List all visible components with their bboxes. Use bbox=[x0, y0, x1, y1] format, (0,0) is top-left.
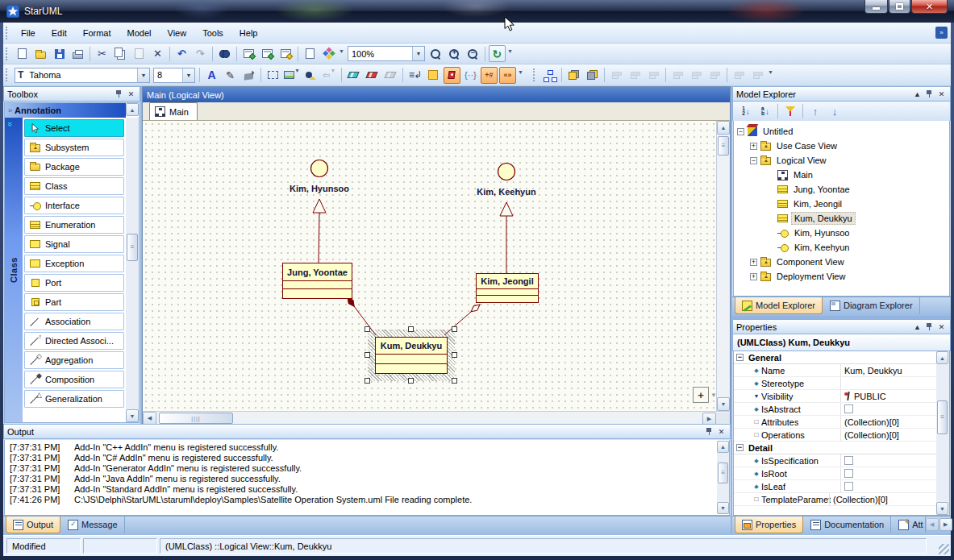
checkbox[interactable] bbox=[844, 404, 853, 413]
sort-alphabetically-button[interactable]: ab↓ bbox=[756, 103, 775, 119]
move-up-button[interactable]: ↑ bbox=[806, 103, 825, 119]
canvas-vertical-scrollbar[interactable]: ▲ ▼ bbox=[716, 121, 730, 411]
font-color-button[interactable]: A bbox=[203, 67, 220, 84]
output-scrollbar[interactable]: ▲ ▼ bbox=[717, 441, 729, 514]
resize-handle[interactable] bbox=[408, 326, 414, 332]
erase-fill-button[interactable] bbox=[345, 67, 362, 84]
class-kum-deukkyu-selected[interactable]: Kum, Deukkyu bbox=[375, 337, 448, 374]
align-centers-button[interactable] bbox=[645, 67, 662, 84]
grid-button[interactable] bbox=[425, 67, 442, 84]
toolbar-grip[interactable] bbox=[533, 68, 536, 81]
tree-item-logical-view[interactable]: − Logical View bbox=[734, 153, 949, 168]
section-general[interactable]: − General bbox=[734, 351, 936, 364]
toolbox-item-composition[interactable]: ◆ Composition bbox=[24, 371, 124, 388]
fill-color-button[interactable] bbox=[240, 67, 257, 84]
addin-framework-button[interactable] bbox=[320, 45, 337, 62]
move-down-button[interactable]: ↓ bbox=[825, 103, 844, 119]
group-overflow-icon[interactable]: ▼ bbox=[339, 48, 344, 54]
property-row-isabstract[interactable]: ◆ IsAbstract bbox=[734, 403, 936, 416]
close-icon[interactable]: ✕ bbox=[936, 89, 947, 99]
property-row-visibility[interactable]: ▾ Visibility PUBLIC bbox=[734, 390, 936, 403]
toolbar-overflow-button[interactable]: » bbox=[935, 27, 948, 39]
stereotype-display-button[interactable] bbox=[444, 67, 460, 84]
scrollbar-thumb[interactable] bbox=[937, 400, 948, 434]
close-icon[interactable]: ✕ bbox=[716, 426, 727, 437]
scrollbar-thumb[interactable] bbox=[718, 463, 728, 483]
property-value[interactable] bbox=[840, 467, 936, 479]
properties-scrollbar[interactable]: ▲ ▼ bbox=[936, 351, 949, 515]
property-value[interactable]: PUBLIC bbox=[840, 390, 936, 402]
property-value[interactable] bbox=[840, 377, 936, 389]
resize-grip[interactable] bbox=[939, 544, 949, 554]
scroll-down-button[interactable]: ▼ bbox=[936, 502, 948, 515]
property-value[interactable]: (Collection)[0] bbox=[829, 493, 936, 505]
sort-by-index-button[interactable]: 12↓ bbox=[736, 103, 756, 119]
menu-tools[interactable]: Tools bbox=[194, 25, 231, 41]
filter-button[interactable] bbox=[781, 103, 800, 119]
property-row-templateparameter[interactable]: □ TemplateParamet (Collection)[0] bbox=[734, 493, 936, 506]
property-value[interactable]: (Collection)[0] bbox=[840, 416, 936, 428]
toolbox-group-class-tab[interactable]: » Class bbox=[5, 118, 23, 422]
pan-tool-button[interactable]: + bbox=[693, 387, 709, 403]
scrollbar-thumb[interactable] bbox=[718, 136, 729, 156]
tree-item-kim-hyunsoo[interactable]: Kim, Hyunsoo bbox=[734, 226, 949, 240]
property-row-isroot[interactable]: ◆ IsRoot bbox=[734, 467, 936, 480]
menu-model[interactable]: Model bbox=[119, 25, 160, 41]
tree-item-component-view[interactable]: + Component View bbox=[734, 255, 949, 269]
toolbar-grip[interactable] bbox=[6, 68, 9, 81]
diagram-options-button[interactable] bbox=[277, 45, 294, 62]
find-button[interactable] bbox=[216, 45, 233, 62]
toolbox-item-signal[interactable]: Signal bbox=[24, 235, 124, 253]
align-middles-button[interactable] bbox=[706, 67, 723, 84]
paste-button[interactable] bbox=[131, 45, 148, 62]
chevron-down-icon[interactable]: ▼ bbox=[412, 47, 424, 60]
select-in-diagram-button[interactable] bbox=[259, 45, 276, 62]
property-value[interactable] bbox=[840, 454, 936, 467]
scroll-up-button[interactable]: ▲ bbox=[936, 351, 948, 364]
space-equally-vertical-button[interactable] bbox=[749, 67, 766, 84]
collapse-icon[interactable]: ▲ bbox=[912, 321, 923, 332]
chevron-down-icon[interactable]: ▼ bbox=[137, 68, 149, 82]
font-size-combo[interactable]: 8 ▼ bbox=[153, 68, 195, 83]
property-value[interactable]: Kum, Deukkyu bbox=[840, 364, 936, 376]
tab-diagram-explorer[interactable]: Diagram Explorer bbox=[823, 297, 920, 314]
toolbox-item-select[interactable]: Select bbox=[24, 119, 124, 137]
collapse-box-icon[interactable]: − bbox=[750, 157, 757, 164]
menubar-grip[interactable] bbox=[6, 27, 9, 39]
toolbox-item-enumeration[interactable]: Enumeration bbox=[24, 216, 124, 234]
interface-label-kim-keehyun[interactable]: Kim, Keehyun bbox=[450, 187, 563, 197]
property-row-isleaf[interactable]: ◆ IsLeaf bbox=[734, 480, 936, 493]
class-jung-yoontae[interactable]: Jung, Yoontae bbox=[282, 263, 352, 299]
checkbox[interactable] bbox=[844, 456, 853, 465]
toolbox-scroll-down-button[interactable]: ▼ bbox=[126, 409, 139, 422]
undo-button[interactable]: ↶ bbox=[173, 45, 190, 62]
chevron-down-icon[interactable]: ▼ bbox=[710, 392, 716, 399]
property-value[interactable] bbox=[840, 403, 936, 415]
property-row-attributes[interactable]: □ Attributes (Collection)[0] bbox=[734, 416, 936, 429]
expand-box-icon[interactable]: + bbox=[750, 273, 757, 280]
erase-style-button[interactable] bbox=[382, 67, 399, 84]
resize-handle[interactable] bbox=[452, 352, 457, 358]
collapse-box-icon[interactable]: − bbox=[736, 444, 744, 451]
send-to-back-button[interactable] bbox=[584, 67, 601, 84]
tree-item-jung-yoontae[interactable]: Jung, Yoontae bbox=[734, 182, 949, 197]
pin-icon[interactable] bbox=[114, 89, 124, 99]
section-detail[interactable]: − Detail bbox=[734, 442, 936, 454]
tab-attachments[interactable]: Att bbox=[891, 516, 925, 533]
toolbox-item-package[interactable]: Package bbox=[24, 158, 124, 176]
scroll-down-button[interactable]: ▼ bbox=[717, 502, 729, 514]
tree-item-use-case-view[interactable]: + Use Case View bbox=[734, 139, 949, 153]
scroll-left-button[interactable]: ◀ bbox=[143, 412, 156, 425]
tree-item-kum-deukkyu[interactable]: Kum, Deukkyu bbox=[734, 211, 949, 226]
zoom-in-button[interactable]: + bbox=[427, 45, 444, 62]
tree-item-untitled[interactable]: − Untitled bbox=[734, 124, 949, 139]
diagram-canvas[interactable]: Kim, Hyunsoo Kim, Keehyun Jung, Yoontae … bbox=[143, 121, 716, 411]
tab-message[interactable]: Message bbox=[60, 516, 125, 533]
group-overflow-icon[interactable]: ▼ bbox=[507, 48, 513, 54]
menu-file[interactable]: File bbox=[13, 25, 44, 41]
tab-model-explorer[interactable]: Model Explorer bbox=[735, 297, 823, 314]
resize-handle[interactable] bbox=[452, 326, 457, 332]
scroll-up-button[interactable]: ▲ bbox=[717, 441, 729, 453]
copy-button[interactable] bbox=[112, 45, 129, 62]
scroll-up-button[interactable]: ▲ bbox=[717, 121, 730, 135]
